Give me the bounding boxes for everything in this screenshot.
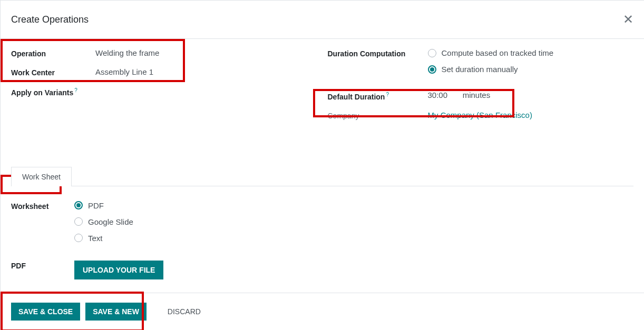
discard-button[interactable]: DISCARD	[160, 303, 208, 321]
operation-input[interactable]: Welding the frame	[95, 48, 312, 57]
form-right-column: Duration Computation Compute based on tr…	[323, 48, 634, 129]
duration-computation-label: Duration Computation	[328, 48, 428, 58]
modal-title: Create Operations	[11, 14, 89, 25]
field-company: Company My Company (San Francisco)	[328, 111, 634, 120]
modal-footer: SAVE & CLOSE SAVE & NEW DISCARD	[1, 293, 644, 330]
apply-variants-label: Apply on Variants?	[11, 86, 95, 97]
field-pdf-upload: PDF UPLOAD YOUR FILE	[11, 261, 633, 279]
radio-google-slide[interactable]: Google Slide	[74, 217, 133, 226]
save-new-button[interactable]: SAVE & NEW	[85, 303, 147, 321]
radio-icon	[74, 234, 83, 242]
field-worksheet-type: Worksheet PDF Google Slide Text	[11, 201, 633, 250]
work-center-label: Work Center	[11, 67, 95, 77]
modal-header: Create Operations ✕	[1, 1, 644, 39]
work-center-input[interactable]: Assembly Line 1	[95, 67, 312, 76]
radio-label: Set duration manually	[442, 65, 518, 74]
radio-icon	[74, 217, 83, 226]
default-duration-value-group: 30:00 minutes	[428, 91, 634, 99]
radio-text[interactable]: Text	[74, 234, 133, 243]
radio-manual[interactable]: Set duration manually	[428, 65, 634, 74]
tab-worksheet-content: Worksheet PDF Google Slide Text	[11, 186, 633, 279]
tabs: Work Sheet	[11, 166, 633, 186]
modal-body: Operation Welding the frame Work Center …	[1, 39, 644, 279]
radio-icon	[428, 49, 436, 57]
default-duration-unit: minutes	[463, 91, 491, 99]
field-apply-variants: Apply on Variants?	[11, 86, 312, 97]
upload-file-button[interactable]: UPLOAD YOUR FILE	[74, 261, 163, 279]
worksheet-type-group: PDF Google Slide Text	[74, 201, 133, 250]
modal-create-operations: Create Operations ✕ Operation Welding th…	[0, 0, 644, 330]
field-default-duration: Default Duration? 30:00 minutes	[328, 91, 634, 101]
radio-label: Google Slide	[88, 217, 133, 226]
form-columns: Operation Welding the frame Work Center …	[11, 48, 633, 129]
pdf-label: PDF	[11, 261, 74, 270]
radio-pdf[interactable]: PDF	[74, 201, 133, 210]
field-duration-computation: Duration Computation Compute based on tr…	[328, 48, 634, 81]
field-operation: Operation Welding the frame	[11, 48, 312, 58]
close-button[interactable]: ✕	[623, 13, 633, 26]
default-duration-label: Default Duration?	[328, 91, 428, 101]
form-left-column: Operation Welding the frame Work Center …	[11, 48, 323, 129]
worksheet-label: Worksheet	[11, 201, 74, 211]
close-icon: ✕	[623, 12, 633, 26]
help-icon[interactable]: ?	[74, 87, 77, 93]
duration-computation-group: Compute based on tracked time Set durati…	[428, 48, 634, 81]
company-label: Company	[328, 111, 428, 120]
radio-label: Compute based on tracked time	[442, 48, 554, 57]
tab-worksheet[interactable]: Work Sheet	[11, 167, 72, 186]
operation-label: Operation	[11, 48, 95, 58]
help-icon[interactable]: ?	[386, 92, 389, 97]
save-close-button[interactable]: SAVE & CLOSE	[11, 303, 80, 321]
default-duration-input[interactable]: 30:00	[428, 91, 461, 99]
radio-label: Text	[88, 234, 103, 243]
radio-tracked-time[interactable]: Compute based on tracked time	[428, 48, 634, 57]
radio-label: PDF	[88, 201, 104, 210]
radio-icon	[428, 65, 436, 74]
company-link[interactable]: My Company (San Francisco)	[428, 111, 634, 119]
field-work-center: Work Center Assembly Line 1	[11, 67, 312, 77]
radio-icon	[74, 201, 83, 209]
